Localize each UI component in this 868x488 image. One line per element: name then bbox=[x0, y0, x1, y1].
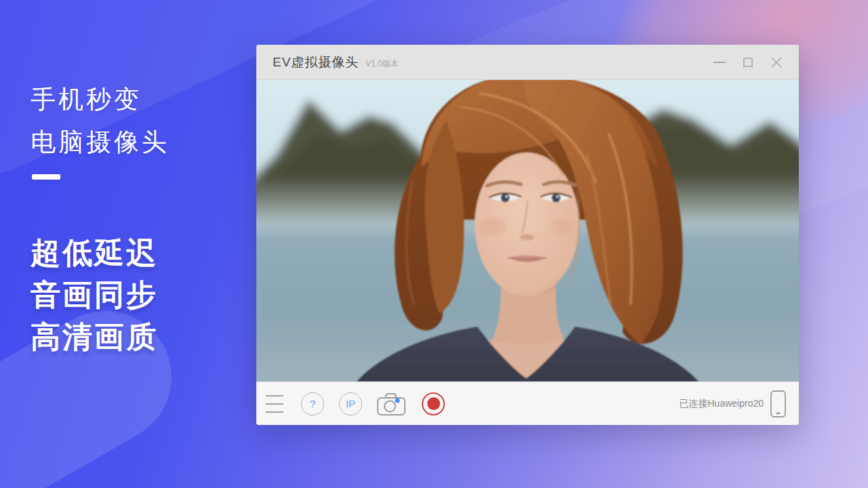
titlebar: EV虚拟摄像头 V1.0版本 bbox=[256, 45, 799, 80]
app-title: EV虚拟摄像头 bbox=[273, 54, 359, 71]
feature-low-latency: 超低延迟 bbox=[31, 233, 158, 273]
headline-line-1: 手机秒变 bbox=[31, 83, 142, 117]
help-icon: ? bbox=[310, 398, 315, 409]
record-icon bbox=[427, 397, 440, 410]
maximize-button[interactable] bbox=[742, 56, 754, 68]
divider-dash bbox=[32, 174, 60, 180]
ip-icon: IP bbox=[346, 398, 355, 409]
connection-status-text: 已连接Huaweipro20 bbox=[679, 398, 764, 410]
window-controls bbox=[713, 56, 783, 68]
maximize-icon bbox=[743, 58, 753, 67]
ip-button[interactable]: IP bbox=[339, 392, 362, 415]
minimize-icon bbox=[713, 62, 726, 63]
close-button[interactable] bbox=[770, 56, 783, 68]
phone-icon bbox=[770, 390, 787, 418]
screenshot-button[interactable] bbox=[376, 391, 407, 417]
webcam-frame-illustration bbox=[256, 80, 799, 382]
camera-icon bbox=[376, 391, 407, 417]
feature-av-sync: 音画同步 bbox=[31, 275, 158, 315]
headline-line-2: 电脑摄像头 bbox=[31, 125, 170, 159]
help-button[interactable]: ? bbox=[301, 392, 324, 415]
app-version: V1.0版本 bbox=[366, 58, 399, 70]
feature-hd-quality: 高清画质 bbox=[31, 317, 158, 357]
menu-icon bbox=[266, 395, 283, 396]
toolbar: ? IP 已连接Huaweipro20 bbox=[256, 382, 799, 425]
close-icon bbox=[770, 56, 783, 68]
promo-page: 手机秒变 电脑摄像头 超低延迟 音画同步 高清画质 EV虚拟摄像头 V1.0版本 bbox=[0, 0, 868, 488]
app-window: EV虚拟摄像头 V1.0版本 bbox=[256, 45, 799, 425]
camera-preview bbox=[256, 80, 799, 382]
record-button[interactable] bbox=[422, 392, 445, 415]
minimize-button[interactable] bbox=[713, 56, 726, 68]
menu-button[interactable] bbox=[266, 392, 283, 415]
connection-status: 已连接Huaweipro20 bbox=[679, 390, 787, 418]
